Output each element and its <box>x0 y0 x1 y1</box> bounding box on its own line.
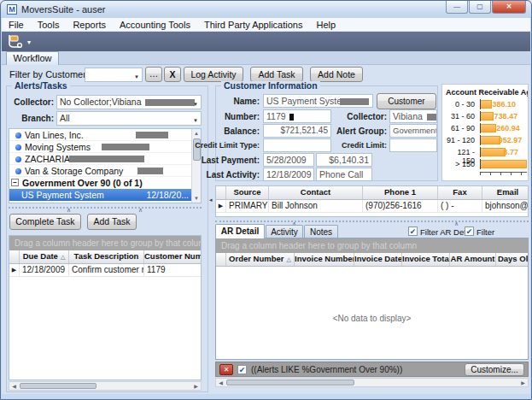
task-row[interactable]: ▶ 12/18/2009 Confirm customer returne...… <box>9 264 201 277</box>
splitter-collapse-icon[interactable]: ◂ <box>209 197 213 203</box>
credit-limit-field[interactable] <box>389 138 437 152</box>
close-button[interactable]: ✕ <box>492 1 526 14</box>
branch-combobox[interactable]: All ▼ <box>56 111 202 126</box>
scroll-down-icon[interactable]: ▼ <box>192 194 201 203</box>
title-bar[interactable]: M MoversSuite - auser — ▢ ✕ <box>1 1 531 18</box>
alert-group-field[interactable]: Government <box>389 124 437 138</box>
tab-notes[interactable]: Notes <box>304 225 338 238</box>
balance-label: Balance: <box>200 126 260 136</box>
complete-task-button[interactable]: Complete Task <box>9 214 81 230</box>
column-header-email[interactable]: Email <box>482 186 529 199</box>
ar-grid-hscrollbar[interactable]: ◀ ▶ <box>215 378 529 387</box>
alert-dot-icon <box>15 132 21 138</box>
column-header-order-number[interactable]: Order Number△ <box>226 253 295 266</box>
column-header-contact[interactable]: Contact <box>269 186 363 199</box>
column-header-days-old[interactable]: Days Old <box>496 253 529 266</box>
chevron-down-icon: ▼ <box>193 115 198 126</box>
credit-limit-type-field[interactable] <box>263 138 331 152</box>
customize-button[interactable]: Customize... <box>465 363 524 376</box>
filter-customer-combobox[interactable]: ▼ <box>85 68 143 82</box>
column-header-source[interactable]: Source <box>226 186 269 199</box>
tab-activity[interactable]: Activity <box>266 225 303 238</box>
alert-item[interactable]: Moving Systems <box>9 141 201 153</box>
credit-limit-type-label: Credit Limit Type: <box>189 141 260 150</box>
column-header-invoice-number[interactable]: Invoice Number <box>295 253 354 266</box>
tab-workflow[interactable]: Workflow <box>6 51 59 65</box>
remove-filter-button[interactable]: ✕ <box>219 364 233 375</box>
maximize-button[interactable]: ▢ <box>469 1 491 14</box>
last-payment-date-field[interactable]: 5/28/2009 <box>263 153 314 167</box>
scroll-thumb[interactable] <box>20 383 96 389</box>
balance-field[interactable]: $721,521.45 <box>263 124 331 138</box>
contact-row[interactable]: ▶ PRIMARY Bill Johnson (970)256-1616 ( )… <box>216 200 528 213</box>
chart-bar <box>481 148 506 156</box>
menu-help[interactable]: Help <box>309 18 342 31</box>
last-payment-amount-field[interactable]: $6,140.31 <box>316 153 372 167</box>
moverssuite-dolly-icon[interactable] <box>7 33 26 50</box>
filter-ar-detail-checkbox[interactable]: ✔ <box>408 226 418 236</box>
scroll-left-icon[interactable]: ◀ <box>9 382 19 390</box>
column-header-due-date[interactable]: Due Date△ <box>20 250 69 263</box>
row-indicator-column-header[interactable] <box>216 186 226 199</box>
column-header-task-description[interactable]: Task Description <box>69 250 144 263</box>
alert-item[interactable]: Van Lines, Inc. <box>9 129 201 141</box>
chart-category: > 150 <box>442 160 475 168</box>
row-indicator-column-header[interactable] <box>216 253 226 266</box>
alert-item[interactable]: ZACHARIAN <box>9 153 201 165</box>
browse-button[interactable]: … <box>145 67 162 82</box>
column-header-invoice-date[interactable]: Invoice Date <box>354 253 402 266</box>
menu-file[interactable]: File <box>2 18 31 31</box>
alerts-tasks-title: Alerts/Tasks <box>12 81 70 91</box>
alert-item[interactable]: Van & Storage Company <box>9 165 201 177</box>
row-indicator-column-header[interactable] <box>9 250 20 263</box>
toolbar-dropdown-arrow-icon[interactable]: ▾ <box>27 38 31 46</box>
tasks-grid-hscrollbar[interactable]: ◀ ▶ <box>9 381 202 391</box>
horizontal-splitter[interactable]: ∧ ∧ <box>9 207 202 210</box>
minimize-button[interactable]: — <box>446 1 468 14</box>
collapse-expander-icon[interactable]: − <box>11 179 19 186</box>
menu-accounting-tools[interactable]: Accounting Tools <box>113 18 197 31</box>
collector-combobox[interactable]: No Collector;Vibiana ▼ <box>56 95 202 109</box>
scroll-left-icon[interactable]: ◀ <box>216 379 225 386</box>
group-by-band[interactable]: Drag a column header here to group by th… <box>9 236 201 250</box>
scroll-thumb[interactable] <box>226 379 354 385</box>
last-activity-date-field[interactable]: 12/18/2009 <box>263 168 314 181</box>
alerts-list: Van Lines, Inc. Moving Systems ZACHARIAN… <box>9 128 202 203</box>
alerts-list-vscrollbar[interactable]: ▲ ▼ <box>191 129 201 203</box>
chart-value-label: 8.77 <box>504 148 519 156</box>
column-header-phone1[interactable]: Phone 1 <box>363 186 438 199</box>
clear-filter-button[interactable]: X <box>164 67 181 82</box>
menu-third-party-applications[interactable]: Third Party Applications <box>197 18 310 31</box>
alert-dot-icon <box>15 156 21 162</box>
name-field[interactable]: US Payment System <box>263 94 373 108</box>
alert-group-header[interactable]: − Government Over 90 (0 of 1) <box>9 177 201 189</box>
column-header-fax[interactable]: Fax <box>438 186 482 199</box>
column-header-customer-number[interactable]: Customer Number <box>144 250 202 263</box>
column-header-invoice-total[interactable]: Invoice Total <box>402 253 450 266</box>
filter-enabled-checkbox[interactable]: ✔ <box>237 365 247 374</box>
collector-label: Collector: <box>8 97 54 107</box>
task-date: 12/18/20... <box>146 189 189 201</box>
menu-bar: File Tools Reports Accounting Tools Thir… <box>2 18 530 32</box>
chart-category: 61 - 90 <box>442 124 475 132</box>
alert-item-selected[interactable]: US Payment System 12/18/20... <box>9 189 201 201</box>
menu-tools[interactable]: Tools <box>31 18 67 31</box>
filter-activity-note-checkbox[interactable]: ✔ <box>465 226 474 236</box>
scroll-right-icon[interactable]: ▶ <box>191 382 201 390</box>
add-task-button-2[interactable]: Add Task <box>87 214 137 230</box>
number-field[interactable]: 1179 <box>263 109 331 123</box>
chart-bar <box>481 136 500 144</box>
last-activity-type-field[interactable]: Phone Call <box>316 168 372 181</box>
group-by-band[interactable]: Drag a column header here to group by th… <box>216 238 528 253</box>
customer-settings-button[interactable]: Customer Settings <box>377 93 436 109</box>
collector-field[interactable]: Vibiana <box>389 109 437 123</box>
credit-limit-label: Credit Limit: <box>329 141 387 150</box>
tab-ar-detail[interactable]: AR Detail <box>215 224 265 238</box>
cell-source: PRIMARY <box>226 200 269 212</box>
column-header-ar-amount[interactable]: AR Amount <box>450 253 496 266</box>
redacted-text <box>69 156 144 162</box>
menu-reports[interactable]: Reports <box>66 18 113 31</box>
chart-value-label: ,260.94 <box>494 124 520 132</box>
add-note-button[interactable]: Add Note <box>310 67 363 82</box>
scroll-right-icon[interactable]: ▶ <box>518 379 528 386</box>
